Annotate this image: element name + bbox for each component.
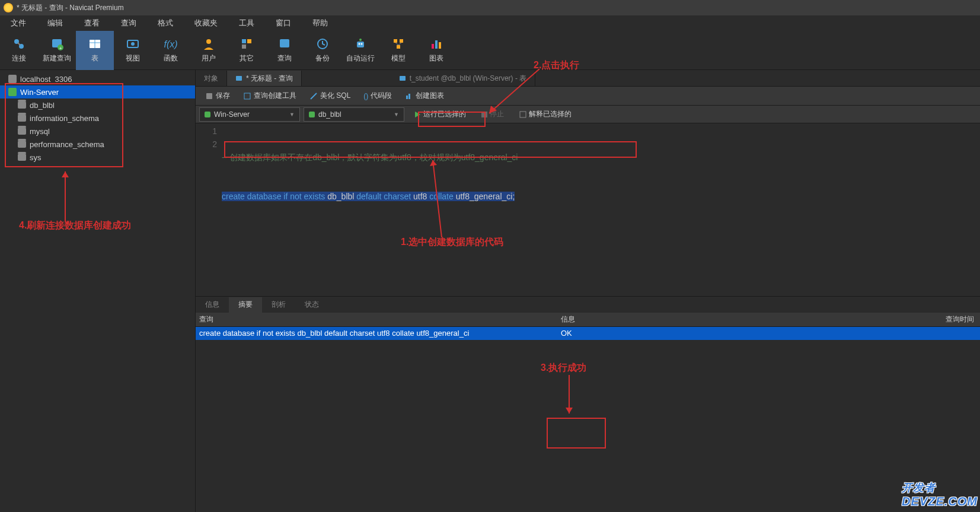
toolbar-chart[interactable]: 图表: [417, 31, 455, 70]
toolbar-function[interactable]: f(x)函数: [152, 31, 190, 70]
result-row[interactable]: create database if not exists db_blbl de…: [196, 327, 980, 340]
action-beautify[interactable]: 美化 SQL: [304, 88, 356, 104]
svg-rect-14: [247, 39, 251, 43]
svg-point-20: [361, 43, 363, 45]
run-selected-button[interactable]: 运行已选择的: [408, 107, 472, 122]
app-logo-icon: [4, 3, 13, 12]
database-item[interactable]: mysql: [0, 125, 195, 138]
svg-point-19: [359, 43, 360, 45]
main-area: localhost_3306 Win-Server db_blbl inform…: [0, 70, 980, 512]
plug-icon: [12, 37, 26, 51]
tab-untitled-query[interactable]: * 无标题 - 查询: [227, 71, 302, 86]
explain-button[interactable]: 解释已选择的: [513, 107, 577, 122]
menu-view[interactable]: 查看: [74, 18, 110, 28]
svg-rect-29: [439, 42, 441, 49]
query-icon: [277, 37, 292, 51]
result-info-cell: OK: [557, 329, 925, 338]
toolbar-connect[interactable]: 连接: [0, 31, 38, 70]
menu-tools[interactable]: 工具: [228, 18, 265, 28]
svg-rect-33: [244, 93, 250, 99]
run-bar: Win-Server▼ db_blbl▼ 运行已选择的 停止 解释已选择的: [196, 106, 980, 123]
svg-text:f(x): f(x): [164, 39, 177, 49]
robot-icon: [353, 37, 368, 51]
builder-icon: [243, 92, 251, 100]
svg-point-12: [206, 39, 211, 44]
svg-line-25: [395, 43, 398, 45]
database-item[interactable]: information_schema: [0, 112, 195, 125]
tab-student-table[interactable]: t_student @db_blbl (Win-Server) - 表: [391, 71, 536, 86]
action-createchart[interactable]: 创建图表: [399, 88, 450, 104]
stop-button[interactable]: 停止: [475, 107, 510, 122]
svg-rect-24: [397, 45, 400, 49]
play-icon: [414, 111, 421, 118]
toolbar-query[interactable]: 查询: [266, 31, 304, 70]
database-select[interactable]: db_blbl▼: [304, 107, 404, 122]
database-icon: [18, 128, 26, 135]
database-item[interactable]: db_blbl: [0, 98, 195, 112]
result-tabbar: 信息 摘要 剖析 状态: [196, 296, 980, 313]
action-querybuilder[interactable]: 查询创建工具: [237, 88, 302, 104]
content-area: 对象 * 无标题 - 查询 t_student @db_blbl (Win-Se…: [196, 70, 980, 512]
window-title: * 无标题 - 查询 - Navicat Premium: [17, 3, 124, 13]
table-icon: [88, 37, 102, 51]
menu-edit[interactable]: 编辑: [37, 18, 74, 28]
code-comment: -- 创建数据库如果不存在db_blbl，默认字符集为utf8，校对规则为utf…: [222, 152, 518, 162]
menu-help[interactable]: 帮助: [302, 18, 339, 28]
svg-line-2: [18, 43, 20, 45]
database-icon: [18, 154, 26, 161]
col-info: 信息: [557, 314, 925, 325]
database-icon: [18, 115, 26, 122]
chart-icon: [429, 37, 443, 51]
col-time: 查询时间: [925, 314, 980, 325]
titlebar: * 无标题 - 查询 - Navicat Premium: [0, 0, 980, 15]
line-gutter: 12: [196, 123, 222, 296]
toolbar-model[interactable]: 模型: [379, 31, 417, 70]
toolbar-backup[interactable]: 备份: [304, 31, 341, 70]
col-query: 查询: [196, 314, 557, 325]
result-body: [196, 340, 980, 513]
tab-info[interactable]: 信息: [196, 297, 229, 313]
menu-format[interactable]: 格式: [147, 18, 184, 28]
svg-rect-34: [406, 96, 408, 99]
database-item[interactable]: performance_schema: [0, 138, 195, 151]
toolbar-table[interactable]: 表: [76, 31, 114, 70]
svg-rect-36: [481, 112, 487, 117]
svg-rect-15: [242, 44, 246, 49]
view-icon: [126, 37, 140, 51]
toolbar-other[interactable]: 其它: [228, 31, 266, 70]
tab-status[interactable]: 状态: [295, 297, 328, 313]
svg-rect-16: [280, 39, 289, 47]
save-icon: [205, 92, 213, 100]
menu-file[interactable]: 文件: [0, 18, 37, 28]
connection-localhost[interactable]: localhost_3306: [0, 72, 195, 85]
menubar: 文件 编辑 查看 查询 格式 收藏夹 工具 窗口 帮助: [0, 15, 980, 31]
user-icon: [202, 37, 216, 51]
toolbar-user[interactable]: 用户: [190, 31, 228, 70]
connection-winserver[interactable]: Win-Server: [0, 85, 195, 98]
menu-query[interactable]: 查询: [110, 18, 147, 28]
tab-objects[interactable]: 对象: [196, 71, 227, 86]
database-icon: [18, 141, 26, 148]
database-item[interactable]: sys: [0, 151, 195, 164]
tab-summary[interactable]: 摘要: [229, 297, 262, 313]
stop-icon: [481, 112, 487, 117]
action-save[interactable]: 保存: [199, 88, 236, 104]
tab-profile[interactable]: 剖析: [262, 297, 295, 313]
toolbar-newquery[interactable]: +新建查询: [38, 31, 76, 70]
svg-rect-35: [408, 94, 410, 99]
menu-window[interactable]: 窗口: [265, 18, 302, 28]
action-snippet[interactable]: ()代码段: [357, 88, 398, 104]
code-area[interactable]: -- 创建数据库如果不存在db_blbl，默认字符集为utf8，校对规则为utf…: [222, 123, 980, 296]
svg-rect-27: [432, 44, 434, 49]
connection-select[interactable]: Win-Server▼: [199, 107, 300, 122]
sql-editor[interactable]: 12 -- 创建数据库如果不存在db_blbl，默认字符集为utf8，校对规则为…: [196, 123, 980, 296]
chevron-down-icon: ▼: [289, 112, 295, 117]
svg-point-10: [131, 42, 135, 46]
result-header: 查询 信息 查询时间: [196, 313, 980, 327]
connection-icon: [8, 88, 17, 96]
editor-tabbar: 对象 * 无标题 - 查询 t_student @db_blbl (Win-Se…: [196, 70, 980, 87]
toolbar-autorun[interactable]: 自动运行: [341, 31, 379, 70]
svg-text:+: +: [59, 46, 62, 51]
menu-favorites[interactable]: 收藏夹: [184, 18, 228, 28]
toolbar-view[interactable]: 视图: [114, 31, 152, 70]
